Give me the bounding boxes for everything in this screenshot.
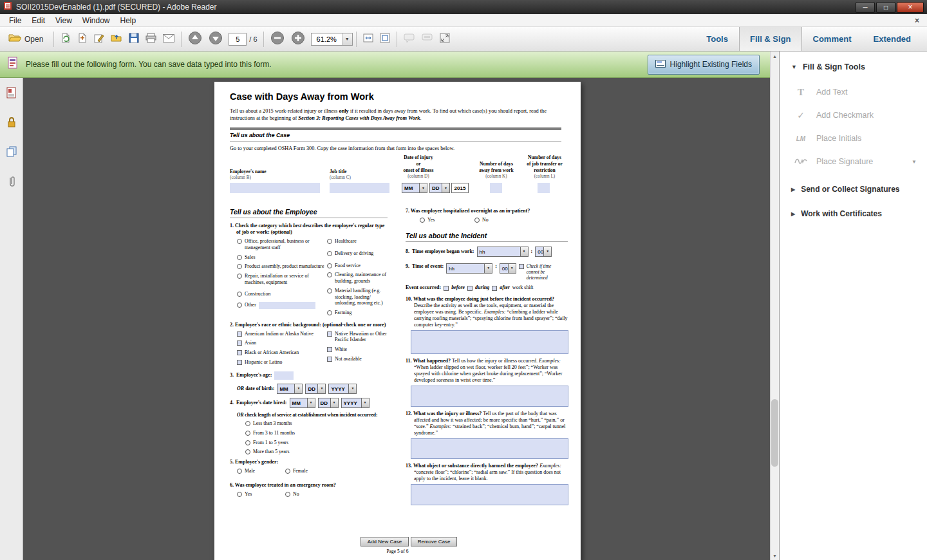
combo-caret-icon[interactable]: ▼ <box>419 183 427 192</box>
zoom-caret-icon[interactable]: ▼ <box>342 33 352 45</box>
began-work-hour-combo[interactable]: hh▼ <box>477 247 529 257</box>
combo-caret-icon[interactable]: ▼ <box>348 384 356 393</box>
q11-answer-field[interactable] <box>411 386 568 407</box>
radio-button[interactable] <box>237 239 242 244</box>
before-checkbox[interactable] <box>444 286 449 291</box>
checkbox[interactable] <box>327 357 332 362</box>
event-hour-combo[interactable]: hh▼ <box>446 263 492 274</box>
add-new-case-button[interactable]: Add New Case <box>360 537 409 546</box>
combo-caret-icon[interactable]: ▼ <box>317 384 325 393</box>
during-checkbox[interactable] <box>467 286 473 291</box>
zoom-level-combo[interactable]: 61.2% ▼ <box>311 33 353 46</box>
zoom-in-button[interactable] <box>288 30 308 48</box>
radio-button[interactable] <box>327 272 332 277</box>
add-text-tool[interactable]: T Add Text <box>780 80 927 104</box>
panel-header[interactable]: ▼ Fill & Sign Tools <box>780 51 927 80</box>
q13-answer-field[interactable] <box>411 484 568 505</box>
radio-button[interactable] <box>285 469 290 474</box>
began-work-minute-combo[interactable]: 00▼ <box>535 247 552 257</box>
injury-day-combo[interactable]: DD▼ <box>429 183 450 193</box>
combo-caret-icon[interactable]: ▼ <box>294 384 302 393</box>
tools-button[interactable]: Tools <box>695 27 739 51</box>
radio-button[interactable] <box>237 492 242 497</box>
comment-button[interactable]: Comment <box>802 27 863 51</box>
other-text-field[interactable] <box>259 302 315 309</box>
export-pdf-button[interactable] <box>57 30 74 48</box>
place-signature-tool[interactable]: Place Signature ▼ <box>780 150 927 173</box>
radio-button[interactable] <box>245 431 250 436</box>
menu-file[interactable]: File <box>4 15 26 26</box>
page-number-input[interactable]: 5 <box>229 33 247 46</box>
radio-button[interactable] <box>327 310 332 315</box>
scroll-down-icon[interactable]: ▼ <box>771 551 779 560</box>
menu-help[interactable]: Help <box>115 15 142 26</box>
fill-sign-button[interactable]: Fill & Sign <box>739 27 802 51</box>
email-button[interactable] <box>160 30 178 48</box>
zoom-out-button[interactable] <box>267 30 288 48</box>
days-transfer-field[interactable] <box>538 183 550 193</box>
radio-button[interactable] <box>327 239 332 244</box>
radio-button[interactable] <box>245 449 250 454</box>
fullscreen-button[interactable] <box>436 30 453 48</box>
page-thumbnails-icon[interactable] <box>6 87 17 101</box>
radio-button[interactable] <box>285 492 290 497</box>
injury-month-combo[interactable]: MM▼ <box>402 183 427 193</box>
dob-month-combo[interactable]: MM▼ <box>277 384 303 394</box>
place-initials-tool[interactable]: LM Place Initials <box>780 127 927 150</box>
create-pdf-button[interactable] <box>74 30 91 48</box>
combo-caret-icon[interactable]: ▼ <box>361 398 369 407</box>
combo-caret-icon[interactable]: ▼ <box>520 247 528 256</box>
radio-button[interactable] <box>327 263 332 268</box>
work-with-certificates-section[interactable]: ▶ Work with Certificates <box>780 201 927 226</box>
save-button[interactable] <box>126 30 142 48</box>
scroll-up-icon[interactable]: ▲ <box>771 51 779 61</box>
checkbox[interactable] <box>237 360 242 365</box>
radio-button[interactable] <box>237 264 242 269</box>
previous-page-button[interactable] <box>185 30 205 48</box>
send-collect-signatures-section[interactable]: ▶ Send or Collect Signatures <box>780 177 927 201</box>
radio-button[interactable] <box>474 218 480 223</box>
layers-pages-icon[interactable] <box>6 146 17 160</box>
expand-arrow-icon[interactable]: ▶ <box>791 211 795 217</box>
q12-answer-field[interactable] <box>411 438 568 459</box>
q10-answer-field[interactable] <box>411 330 568 354</box>
age-field[interactable] <box>274 371 294 380</box>
next-page-button[interactable] <box>205 30 226 48</box>
security-lock-icon[interactable] <box>6 117 17 131</box>
dob-day-combo[interactable]: DD▼ <box>305 384 326 394</box>
combo-caret-icon[interactable]: ▼ <box>484 264 492 273</box>
fit-page-button[interactable] <box>377 30 393 48</box>
sticky-note-button[interactable] <box>400 30 418 48</box>
radio-button[interactable] <box>420 218 425 223</box>
checkbox[interactable] <box>237 350 242 355</box>
sign-button[interactable] <box>91 30 108 48</box>
menu-edit[interactable]: Edit <box>26 15 50 26</box>
checkbox[interactable] <box>237 331 242 337</box>
checkbox[interactable] <box>237 341 242 346</box>
vertical-scrollbar[interactable]: ▲ ▼ <box>770 51 779 560</box>
fit-width-button[interactable] <box>360 30 377 48</box>
radio-button[interactable] <box>237 292 242 297</box>
hired-month-combo[interactable]: MM▼ <box>290 398 315 408</box>
menubar-close-icon[interactable]: × <box>915 16 919 25</box>
checkbox[interactable] <box>327 347 332 352</box>
minimize-button-icon[interactable]: ─ <box>856 2 875 13</box>
employee-name-field[interactable] <box>230 183 320 193</box>
radio-button[interactable] <box>237 255 242 260</box>
attachments-paperclip-icon[interactable] <box>8 176 15 191</box>
remove-case-button[interactable]: Remove Case <box>411 537 457 546</box>
open-button[interactable]: Open <box>5 30 50 48</box>
combo-caret-icon[interactable]: ▼ <box>307 398 315 407</box>
panel-collapse-icon[interactable]: ▼ <box>791 64 797 70</box>
time-undetermined-checkbox[interactable] <box>519 264 524 269</box>
hired-day-combo[interactable]: DD▼ <box>318 398 339 408</box>
combo-caret-icon[interactable]: ▼ <box>442 183 449 192</box>
radio-button[interactable] <box>327 288 332 294</box>
combo-caret-icon[interactable]: ▼ <box>543 247 551 256</box>
expand-arrow-icon[interactable]: ▶ <box>791 187 795 192</box>
maximize-button-icon[interactable]: □ <box>876 2 895 13</box>
radio-button[interactable] <box>237 274 242 279</box>
radio-button[interactable] <box>327 251 332 256</box>
checkbox[interactable] <box>327 331 332 337</box>
combo-caret-icon[interactable]: ▼ <box>330 398 338 407</box>
